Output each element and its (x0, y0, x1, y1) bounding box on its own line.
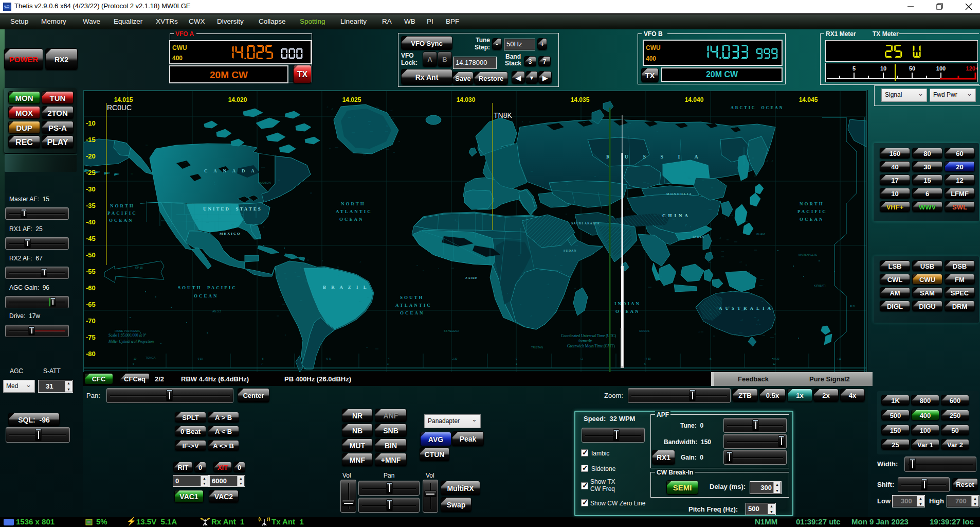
svg-text:FIJI: FIJI (850, 305, 855, 308)
svg-text:+6: +6 (709, 357, 712, 360)
svg-text:-40: -40 (86, 218, 96, 226)
svg-text:SOUTH: SOUTH (400, 295, 424, 300)
svg-text:5: 5 (852, 65, 856, 72)
svg-text:MARSHALL IS: MARSHALL IS (798, 253, 818, 256)
svg-text:PACIFIC: PACIFIC (107, 210, 137, 216)
svg-text:14.045: 14.045 (799, 96, 818, 103)
svg-text:+4: +4 (731, 214, 733, 217)
svg-text:ST.HELENA: ST.HELENA (444, 329, 459, 332)
svg-text:14.040: 14.040 (685, 96, 704, 103)
svg-text:14.025: 14.025 (342, 96, 361, 103)
svg-text:ZAIRE: ZAIRE (465, 276, 478, 279)
svg-text:R U S S I A: R U S S I A (606, 154, 705, 160)
svg-text:5: 5 (133, 362, 134, 365)
svg-text:14.015: 14.015 (114, 96, 133, 103)
svg-text:Scale 1:85,000,000 at 0°: Scale 1:85,000,000 at 0° (108, 333, 147, 338)
svg-text:-65: -65 (86, 301, 96, 308)
svg-text:GUAM: GUAM (756, 233, 765, 236)
svg-text:INDIAN: INDIAN (614, 301, 641, 306)
svg-text:-8: -8 (261, 357, 264, 360)
svg-text:-60: -60 (86, 284, 96, 292)
svg-text:12: 12 (754, 174, 756, 177)
svg-text:-80: -80 (86, 350, 96, 358)
svg-text:3: 3 (387, 362, 389, 365)
svg-text:14.020: 14.020 (228, 96, 247, 103)
svg-text:Greenwich Mean Time (GMT): Greenwich Mean Time (GMT) (567, 344, 615, 348)
svg-text:RC0UC: RC0UC (107, 103, 132, 112)
svg-text:6: 6 (644, 362, 646, 365)
svg-text:-75: -75 (86, 333, 96, 341)
svg-text:B R A Z I L: B R A Z I L (323, 285, 369, 290)
svg-text:TN8K: TN8K (494, 111, 512, 119)
svg-text:OCEAN: OCEAN (339, 217, 364, 222)
svg-text:FINNE POLYNESIA: FINNE POLYNESIA (115, 329, 140, 332)
svg-text:PACIFIC: PACIFIC (797, 209, 827, 214)
svg-text:-70: -70 (86, 317, 96, 325)
svg-text:+4: +4 (698, 330, 701, 333)
svg-text:-20: -20 (86, 152, 96, 160)
svg-text:50: 50 (909, 65, 915, 72)
svg-text:-2 30: -2 30 (451, 357, 458, 360)
svg-text:+4: +4 (562, 204, 565, 207)
svg-text:100: 100 (936, 65, 946, 72)
svg-text:formerly: formerly (578, 339, 592, 343)
svg-text:14.035: 14.035 (571, 96, 590, 103)
svg-text:Coordinated Universal Time (UT: Coordinated Universal Time (UTC) (561, 333, 616, 338)
svg-text:-9 30: -9 30 (197, 357, 203, 360)
svg-text:AN 3.2: AN 3.2 (212, 310, 221, 313)
svg-text:MEXICO: MEXICO (220, 232, 241, 236)
svg-text:12: 12 (773, 362, 776, 365)
svg-text:CHINA: CHINA (662, 213, 691, 218)
svg-text:Miller Cylindrical Projection: Miller Cylindrical Projection (108, 339, 154, 344)
svg-text:+4: +4 (740, 319, 743, 321)
svg-text:0: 0 (516, 357, 517, 360)
svg-text:SOUTH PACIFIC: SOUTH PACIFIC (178, 285, 237, 290)
svg-text:-6 -5: -6 -5 (325, 357, 331, 360)
svg-text:ARCTIC OCEAN: ARCTIC OCEAN (731, 106, 784, 110)
svg-text:-45: -45 (86, 235, 96, 242)
svg-text:OCEAN: OCEAN (109, 218, 134, 223)
svg-text:SAUDI ARABIA: SAUDI ARABIA (571, 222, 600, 225)
svg-text:MONGOLIA: MONGOLIA (666, 192, 693, 196)
svg-text:-50: -50 (86, 251, 96, 259)
svg-text:120+: 120+ (966, 65, 977, 72)
svg-text:-25: -25 (86, 169, 96, 177)
svg-text:+4: +4 (748, 271, 750, 273)
svg-text:+4: +4 (547, 283, 549, 286)
svg-text:14.030: 14.030 (457, 96, 476, 103)
svg-text:-15: -15 (86, 136, 96, 144)
svg-text:SUDAN: SUDAN (564, 249, 577, 252)
svg-text:-30: -30 (86, 185, 96, 193)
svg-text:TRISTAN: TRISTAN (531, 346, 543, 349)
svg-text:+4: +4 (739, 260, 742, 263)
svg-text:OCEAN: OCEAN (400, 310, 425, 315)
svg-text:+4 30: +4 30 (644, 357, 651, 360)
svg-text:+4: +4 (573, 221, 575, 224)
svg-text:+4: +4 (766, 160, 768, 162)
svg-text:+4: +4 (660, 275, 663, 277)
svg-text:OCEAN: OCEAN (800, 217, 824, 222)
svg-text:-4: -4 (387, 357, 390, 360)
svg-text:HUDSON: HUDSON (259, 181, 271, 184)
svg-text:NORTH: NORTH (110, 203, 135, 208)
svg-text:OCEAN: OCEAN (194, 293, 219, 298)
svg-text:COCOS: COCOS (639, 329, 650, 332)
svg-text:12: 12 (512, 290, 514, 293)
svg-text:+2: +2 (580, 357, 583, 360)
svg-text:AUSTRALIA: AUSTRALIA (719, 306, 774, 311)
svg-text:KIRIBATI: KIRIBATI (814, 284, 826, 287)
svg-text:12: 12 (562, 297, 565, 300)
svg-text:ATLANTIC: ATLANTIC (336, 209, 372, 214)
svg-text:10: 10 (880, 65, 886, 72)
svg-text:NORTH: NORTH (800, 201, 824, 206)
svg-text:OCEAN: OCEAN (615, 309, 640, 314)
svg-text:-55: -55 (86, 268, 96, 275)
svg-text:+4: +4 (390, 109, 393, 112)
svg-text:-35: -35 (86, 202, 96, 209)
svg-text:KP 15: KP 15 (135, 266, 143, 269)
svg-text:+11: +11 (837, 357, 841, 360)
svg-text:NORTH: NORTH (341, 201, 366, 206)
svg-text:12: 12 (728, 306, 731, 308)
svg-text:12: 12 (774, 333, 776, 336)
svg-text:ATLANTIC: ATLANTIC (395, 303, 432, 308)
